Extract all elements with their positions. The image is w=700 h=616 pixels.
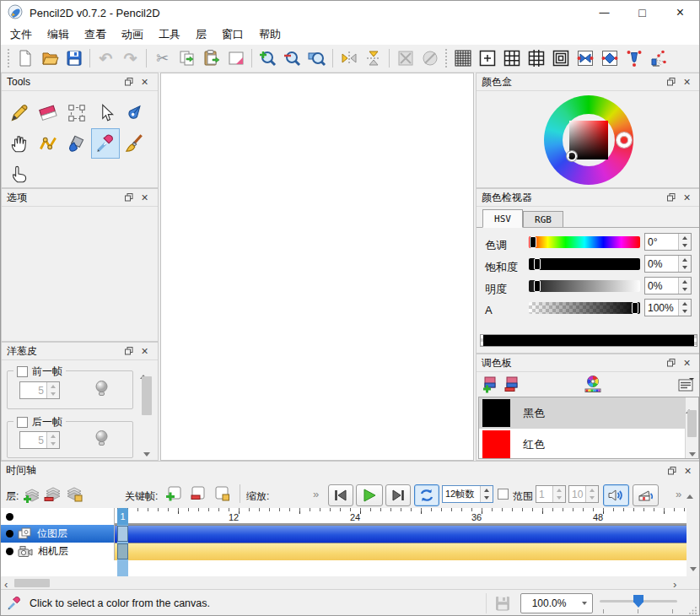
perspective-one-point-button[interactable] [573,46,597,70]
palette-scrollbar[interactable] [685,397,698,459]
overlay-center-button[interactable] [475,46,499,70]
save-button[interactable] [62,46,86,70]
overflow-chevron-icon[interactable]: » [676,488,681,500]
scroll-down-icon[interactable] [689,452,696,457]
bucket-tool-button[interactable] [62,128,91,159]
drawing-canvas[interactable] [160,73,474,461]
layer-visibility-dot[interactable] [6,513,13,521]
polyline-tool-button[interactable] [34,128,62,159]
open-file-button[interactable] [37,46,62,70]
range-end-spinner[interactable]: 10 [568,485,599,503]
menu-tools[interactable]: 工具 [151,24,188,45]
brush-tool-button[interactable] [120,128,148,159]
keyframe-cell-camera[interactable] [117,543,128,559]
tab-hsv[interactable]: HSV [482,209,523,228]
undo-button[interactable]: ↶ [94,46,118,70]
eraser-tool-button[interactable] [34,98,62,128]
close-panel-icon[interactable]: × [137,191,153,205]
jump-to-end-button[interactable] [385,484,411,506]
resize-grip-icon[interactable] [689,605,697,616]
prev-frame-opacity-bulb-icon[interactable] [94,380,110,403]
minimize-button[interactable]: — [585,1,623,24]
fps-spinner[interactable]: 12帧数 [442,485,493,503]
remove-layer-icon[interactable] [43,484,63,504]
perspective-angle-button[interactable] [646,46,670,70]
sound-toggle-button[interactable] [603,484,629,506]
next-frame-count-spinner[interactable]: 5 [19,431,60,449]
close-panel-icon[interactable]: × [137,344,153,359]
scroll-down-icon[interactable] [143,452,150,457]
zoom-in-button[interactable] [256,46,280,70]
copy-button[interactable] [175,46,199,70]
jump-to-start-button[interactable] [328,484,353,506]
float-panel-icon[interactable] [121,191,137,205]
close-panel-icon[interactable]: × [679,356,695,370]
value-spinner[interactable]: 0% [644,277,692,294]
hue-slider[interactable] [529,236,640,248]
menu-file[interactable]: 文件 [3,24,40,45]
add-layer-icon[interactable] [22,484,42,504]
duplicate-layer-icon[interactable] [64,484,84,504]
eyedropper-tool-button[interactable] [91,128,120,159]
menu-edit[interactable]: 编辑 [40,24,77,45]
prev-frame-count-spinner[interactable]: 5 [19,381,60,399]
loop-button[interactable] [414,484,439,506]
close-panel-icon[interactable]: × [679,191,695,205]
remove-keyframe-icon[interactable] [188,484,208,504]
palette-swatch-row-black[interactable]: 黑色 [479,397,698,429]
paste-button[interactable] [199,46,223,70]
sv-square-selector[interactable] [567,151,577,161]
overlay-safe-areas-button[interactable] [548,46,573,70]
color-wheel-mode-icon[interactable] [584,376,601,396]
play-button[interactable] [356,484,383,506]
bitmap-layer-track[interactable] [115,525,687,543]
alpha-slider[interactable] [529,302,640,314]
tab-rgb[interactable]: RGB [523,211,563,228]
range-checkbox[interactable] [498,489,509,500]
zoom-level-combobox[interactable]: 100.0% [520,593,593,613]
smudge-tool-button[interactable] [5,159,34,189]
grid-button[interactable] [450,46,475,70]
close-panel-icon[interactable]: × [680,463,696,478]
redo-button[interactable]: ↷ [118,46,143,70]
float-panel-icon[interactable] [663,356,679,370]
menu-animation[interactable]: 动画 [114,24,151,45]
onion-skin-scrollbar[interactable] [140,363,153,460]
cut-button[interactable]: ✂ [150,46,175,70]
duplicate-keyframe-icon[interactable] [212,484,232,504]
perspective-three-point-button[interactable] [622,46,646,70]
black-swatch[interactable] [482,399,510,427]
layer-row-camera[interactable]: 相机层 [1,543,115,560]
float-panel-icon[interactable] [121,75,137,89]
menu-layer[interactable]: 层 [188,24,214,45]
float-panel-icon[interactable] [663,191,679,205]
zoom-slider-handle[interactable] [633,595,643,608]
close-button[interactable]: × [661,1,699,24]
next-frame-checkbox[interactable] [17,417,28,428]
selection-tool-disabled-button[interactable] [393,46,417,70]
saturation-spinner[interactable]: 0% [644,255,692,273]
scroll-up-icon[interactable] [687,483,693,499]
float-panel-icon[interactable] [121,344,137,359]
timeline-ruler[interactable]: 12 24 36 48 [115,508,687,525]
range-start-spinner[interactable]: 1 [536,485,566,503]
hand-tool-button[interactable] [5,128,34,159]
prev-frame-checkbox[interactable] [17,366,28,377]
overflow-chevron-icon[interactable]: » [313,488,319,500]
flip-horizontal-button[interactable] [337,46,361,70]
playhead[interactable]: 1 [117,508,128,525]
clear-frame-button[interactable] [223,46,248,70]
saturation-slider[interactable] [529,258,640,270]
float-panel-icon[interactable] [663,75,679,89]
layer-visibility-dot[interactable] [6,548,13,555]
overlay-thirds-button[interactable] [499,46,524,70]
float-panel-icon[interactable] [664,463,680,478]
hue-spinner[interactable]: 0° [644,233,692,251]
zoom-out-button[interactable] [280,46,304,70]
pen-tool-button[interactable] [120,98,148,128]
add-swatch-icon[interactable] [482,376,499,396]
menu-help[interactable]: 帮助 [251,24,288,45]
add-keyframe-icon[interactable] [164,484,185,504]
select-tool-button[interactable] [62,98,91,128]
reset-zoom-button[interactable] [304,46,329,70]
